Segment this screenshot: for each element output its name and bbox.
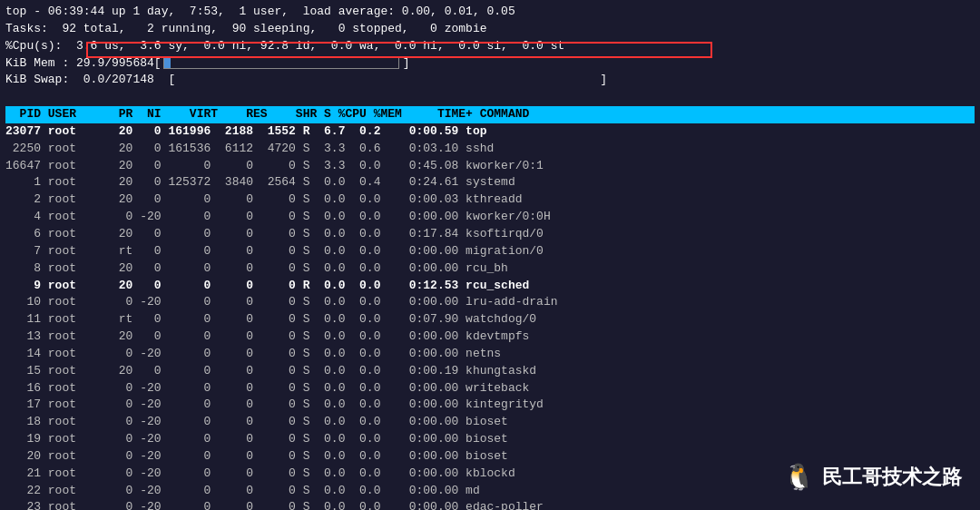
process-row: 7 root rt 0 0 0 0 S 0.0 0.0 0:00.00 migr… [5,243,975,260]
process-row: 14 root 0 -20 0 0 0 S 0.0 0.0 0:00.00 ne… [5,346,975,363]
process-row: 19 root 0 -20 0 0 0 S 0.0 0.0 0:00.00 bi… [5,431,975,448]
process-table: 23077 root 20 0 161996 2188 1552 R 6.7 0… [5,123,975,510]
watermark: 🐧 民工哥技术之路 [783,462,962,492]
header-line3: %Cpu(s): 3.6 us, 3.6 sy, 0.0 ni, 92.8 id… [5,38,975,55]
process-row: 2 root 20 0 0 0 0 S 0.0 0.0 0:00.03 kthr… [5,191,975,209]
process-row: 23 root 0 -20 0 0 0 S 0.0 0.0 0:00.00 ed… [5,499,975,510]
process-row: 6 root 20 0 0 0 0 S 0.0 0.0 0:17.84 ksof… [5,226,975,243]
process-row: 23077 root 20 0 161996 2188 1552 R 6.7 0… [5,123,975,141]
mem-bar-open: [ [154,55,162,73]
mem-line: KiB Mem : 29.9/995684 [ ] [5,55,975,73]
process-row: 8 root 20 0 0 0 0 S 0.0 0.0 0:00.00 rcu_… [5,260,975,278]
process-row: 18 root 0 -20 0 0 0 S 0.0 0.0 0:00.00 bi… [5,414,975,431]
header-line1: top - 06:39:44 up 1 day, 7:53, 1 user, l… [5,4,975,21]
process-row: 2250 root 20 0 161536 6112 4720 S 3.3 0.… [5,141,975,158]
watermark-text: 民工哥技术之路 [822,464,962,491]
header-line2: Tasks: 92 total, 2 running, 90 sleeping,… [5,21,975,38]
mem-label: KiB Mem : 29.9/995684 [5,55,154,73]
terminal: top - 06:39:44 up 1 day, 7:53, 1 user, l… [0,0,980,510]
process-row: 15 root 20 0 0 0 0 S 0.0 0.0 0:00.19 khu… [5,363,975,380]
mem-bar-fill [164,57,172,68]
blank-line [5,89,975,106]
process-row: 16647 root 20 0 0 0 0 S 3.3 0.0 0:45.08 … [5,158,975,175]
watermark-icon: 🐧 [783,462,815,492]
mem-bar-close: ] [403,55,410,73]
process-row: 10 root 0 -20 0 0 0 S 0.0 0.0 0:00.00 lr… [5,294,975,311]
process-row: 16 root 0 -20 0 0 0 S 0.0 0.0 0:00.00 wr… [5,380,975,397]
process-row: 13 root 20 0 0 0 0 S 0.0 0.0 0:00.00 kde… [5,329,975,346]
process-row: 1 root 20 0 125372 3840 2564 S 0.0 0.4 0… [5,174,975,191]
process-row: 9 root 20 0 0 0 0 R 0.0 0.0 0:12.53 rcu_… [5,278,975,295]
process-row: 11 root rt 0 0 0 0 S 0.0 0.0 0:07.90 wat… [5,311,975,329]
swap-line: KiB Swap: 0.0/207148 [ ] [5,72,975,89]
table-header: PID USER PR NI VIRT RES SHR S %CPU %MEM … [5,106,975,123]
process-row: 4 root 0 -20 0 0 0 S 0.0 0.0 0:00.00 kwo… [5,209,975,226]
process-row: 17 root 0 -20 0 0 0 S 0.0 0.0 0:00.00 ki… [5,397,975,414]
mem-bar-container [163,56,399,69]
